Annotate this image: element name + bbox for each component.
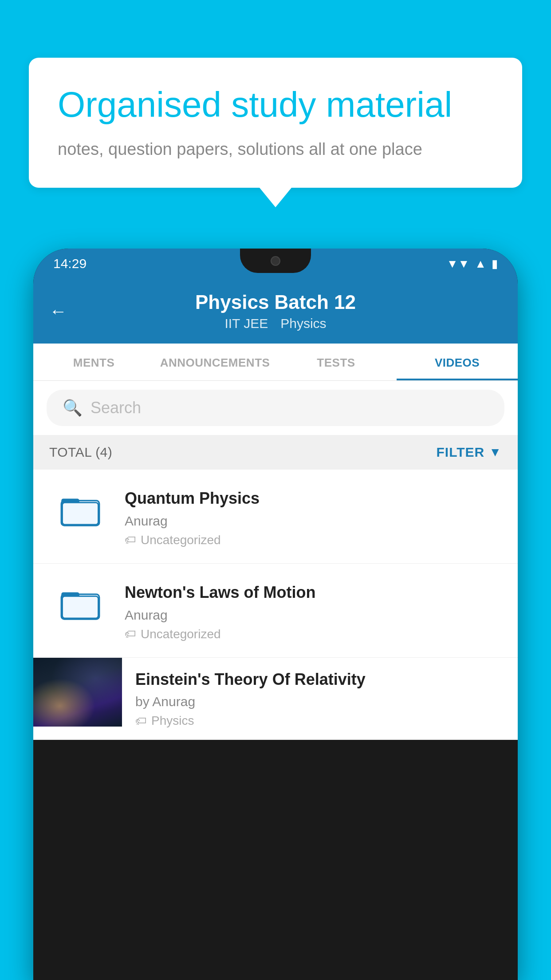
video-tag: 🏷 Physics <box>135 714 504 728</box>
total-count-label: TOTAL (4) <box>49 445 112 460</box>
tag-label: Uncategorized <box>141 533 221 547</box>
tag-icon: 🏷 <box>125 533 136 547</box>
video-tag: 🏷 Uncategorized <box>125 627 502 641</box>
video-author: Anurag <box>125 514 502 529</box>
camera-dot <box>271 256 280 266</box>
status-icons: ▼▼ ▲ ▮ <box>447 257 498 271</box>
search-input[interactable]: Search <box>91 399 141 417</box>
tag-icon: 🏷 <box>125 627 136 641</box>
folder-thumbnail-quantum <box>49 486 111 532</box>
speech-bubble-section: Organised study material notes, question… <box>29 58 522 207</box>
video-title: Newton's Laws of Motion <box>125 582 502 603</box>
tag-icon: 🏷 <box>135 714 147 728</box>
space-background <box>33 658 122 727</box>
list-item[interactable]: Quantum Physics Anurag 🏷 Uncategorized <box>33 470 518 564</box>
tab-announcements[interactable]: ANNOUNCEMENTS <box>154 344 276 380</box>
search-icon: 🔍 <box>63 399 83 417</box>
status-time: 14:29 <box>53 256 87 271</box>
wifi-icon: ▼▼ <box>447 257 469 271</box>
tab-tests[interactable]: TESTS <box>276 344 397 380</box>
signal-icon: ▲ <box>475 257 486 271</box>
list-item[interactable]: Einstein's Theory Of Relativity by Anura… <box>33 658 518 740</box>
video-title: Quantum Physics <box>125 488 502 509</box>
app-header: ← Physics Batch 12 IIT JEE Physics <box>33 279 518 344</box>
filter-label: FILTER <box>437 445 485 460</box>
subtitle-physics: Physics <box>280 316 326 331</box>
status-bar: 14:29 ▼▼ ▲ ▮ <box>33 249 518 279</box>
folder-icon <box>60 583 100 623</box>
tab-videos[interactable]: VIDEOS <box>397 344 518 380</box>
video-info-einstein: Einstein's Theory Of Relativity by Anura… <box>122 658 518 740</box>
search-bar[interactable]: 🔍 Search <box>47 390 504 426</box>
video-info-newton: Newton's Laws of Motion Anurag 🏷 Uncateg… <box>125 580 502 641</box>
video-list: Quantum Physics Anurag 🏷 Uncategorized N… <box>33 470 518 740</box>
list-item[interactable]: Newton's Laws of Motion Anurag 🏷 Uncateg… <box>33 564 518 658</box>
video-thumbnail-einstein <box>33 658 122 727</box>
filter-icon: ▼ <box>489 445 502 459</box>
speech-bubble-card: Organised study material notes, question… <box>29 58 522 188</box>
filter-button[interactable]: FILTER ▼ <box>437 445 502 460</box>
phone-frame: 14:29 ▼▼ ▲ ▮ ← Physics Batch 12 IIT JEE … <box>33 249 518 980</box>
speech-bubble-subtext: notes, question papers, solutions all at… <box>58 138 493 161</box>
tab-ments[interactable]: MENTS <box>33 344 154 380</box>
header-subtitle: IIT JEE Physics <box>224 316 326 331</box>
svg-rect-2 <box>63 502 98 525</box>
video-info-quantum: Quantum Physics Anurag 🏷 Uncategorized <box>125 486 502 547</box>
video-title: Einstein's Theory Of Relativity <box>135 669 504 690</box>
folder-thumbnail-newton <box>49 580 111 626</box>
search-container: 🔍 Search <box>33 381 518 435</box>
video-author: Anurag <box>125 608 502 623</box>
back-button[interactable]: ← <box>49 301 67 321</box>
battery-icon: ▮ <box>492 257 498 271</box>
svg-rect-5 <box>63 597 98 619</box>
video-author: by Anurag <box>135 694 504 709</box>
tag-label: Physics <box>151 714 194 728</box>
header-title: Physics Batch 12 <box>195 291 356 313</box>
speech-bubble-arrow <box>260 188 291 207</box>
filter-bar: TOTAL (4) FILTER ▼ <box>33 435 518 470</box>
tag-label: Uncategorized <box>141 627 221 641</box>
subtitle-iitjee: IIT JEE <box>224 316 268 331</box>
speech-bubble-heading: Organised study material <box>58 84 493 125</box>
phone-notch <box>240 249 311 273</box>
video-tag: 🏷 Uncategorized <box>125 533 502 547</box>
folder-icon <box>60 489 100 529</box>
tabs-bar: MENTS ANNOUNCEMENTS TESTS VIDEOS <box>33 344 518 381</box>
